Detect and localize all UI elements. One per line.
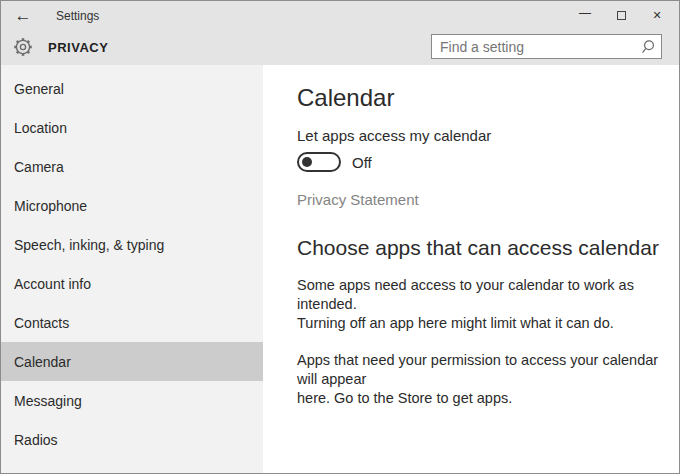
minimize-icon: —: [579, 7, 591, 19]
sidebar-item-calendar[interactable]: Calendar: [1, 342, 263, 381]
window-controls: — ✕: [567, 1, 675, 29]
sidebar-item-label: General: [14, 81, 64, 97]
sidebar-item-label: Location: [14, 120, 67, 136]
sidebar-item-label: Account info: [14, 276, 91, 292]
minimize-button[interactable]: —: [567, 1, 603, 29]
window-title: Settings: [56, 9, 99, 23]
sidebar-item-label: Messaging: [14, 393, 82, 409]
sidebar-item-label: Microphone: [14, 198, 87, 214]
sidebar-item-account-info[interactable]: Account info: [1, 264, 263, 303]
sidebar-item-label: Contacts: [14, 315, 69, 331]
description-paragraph: Some apps need access to your calendar t…: [297, 276, 661, 333]
sidebar-item-speech-inking-typing[interactable]: Speech, inking, & typing: [1, 225, 263, 264]
page-title: Calendar: [297, 85, 661, 111]
sidebar-item-general[interactable]: General: [1, 69, 263, 108]
sidebar-item-label: Camera: [14, 159, 64, 175]
maximize-button[interactable]: [603, 1, 639, 29]
gear-icon: [13, 37, 33, 57]
calendar-access-toggle[interactable]: [297, 152, 341, 172]
header: ← Settings — ✕: [1, 1, 679, 65]
toggle-row: Off: [297, 152, 661, 172]
search-icon[interactable]: [640, 39, 656, 55]
sidebar-item-label: Radios: [14, 432, 58, 448]
maximize-icon: [617, 11, 626, 20]
privacy-statement-link[interactable]: Privacy Statement: [297, 191, 419, 208]
toggle-knob: [302, 157, 312, 167]
sidebar-item-contacts[interactable]: Contacts: [1, 303, 263, 342]
description-paragraph: Apps that need your permission to access…: [297, 351, 661, 408]
close-icon: ✕: [652, 10, 661, 21]
toggle-label: Let apps access my calendar: [297, 127, 661, 144]
description-paragraphs: Some apps need access to your calendar t…: [297, 276, 661, 408]
sidebar-item-camera[interactable]: Camera: [1, 147, 263, 186]
settings-window: ← Settings — ✕: [0, 0, 680, 474]
back-button[interactable]: ←: [7, 3, 39, 29]
choose-apps-heading: Choose apps that can access calendar: [297, 236, 661, 260]
page-section-title: PRIVACY: [48, 40, 108, 55]
close-button[interactable]: ✕: [639, 1, 675, 29]
sidebar-item-location[interactable]: Location: [1, 108, 263, 147]
search-input[interactable]: [431, 34, 662, 59]
sidebar-item-microphone[interactable]: Microphone: [1, 186, 263, 225]
main-content: Calendar Let apps access my calendar Off…: [263, 65, 679, 473]
sidebar-item-messaging[interactable]: Messaging: [1, 381, 263, 420]
sidebar-item-label: Speech, inking, & typing: [14, 237, 164, 253]
sidebar: GeneralLocationCameraMicrophoneSpeech, i…: [1, 65, 263, 473]
back-arrow-icon: ←: [15, 6, 32, 26]
search-box: [431, 34, 662, 59]
sidebar-item-radios[interactable]: Radios: [1, 420, 263, 459]
sidebar-item-label: Calendar: [14, 354, 71, 370]
toggle-state-label: Off: [352, 154, 372, 171]
